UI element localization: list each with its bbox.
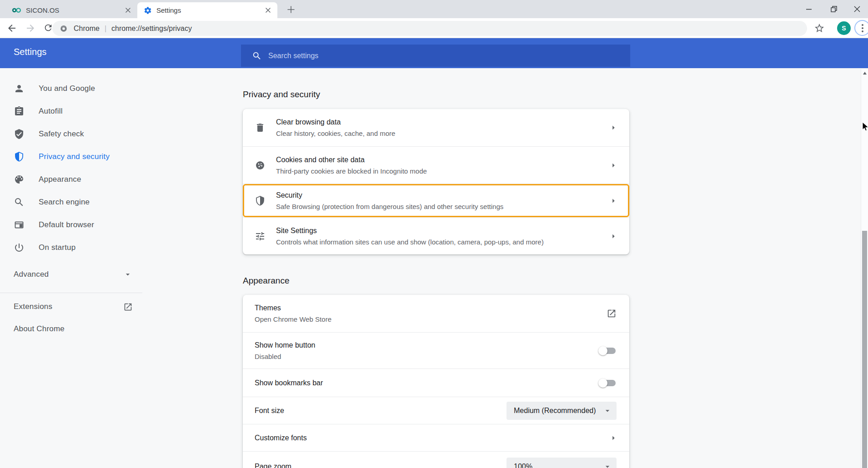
appearance-card: Themes Open Chrome Web Store Show home b… [243, 295, 629, 468]
privacy-card: Clear browsing data Clear history, cooki… [243, 109, 629, 254]
minimize-icon[interactable] [796, 0, 821, 18]
sidebar-item-label: Appearance [39, 175, 81, 184]
row-show-bookmarks-bar[interactable]: Show bookmarks bar [243, 368, 629, 397]
chevron-right-icon [608, 160, 618, 170]
person-icon [14, 83, 25, 94]
sidebar-item-about-chrome[interactable]: About Chrome [0, 318, 142, 340]
sidebar-item-default-browser[interactable]: Default browser [0, 214, 150, 236]
url-site-label: Chrome [74, 25, 100, 33]
chevron-right-icon [608, 196, 618, 206]
sidebar-advanced-toggle[interactable]: Advanced [0, 263, 142, 286]
safety-check-icon [14, 129, 25, 139]
chevron-down-icon [123, 270, 132, 279]
chrome-logo-icon [60, 25, 68, 33]
browser-toolbar: Chrome | chrome://settings/privacy S [0, 18, 868, 38]
privacy-shield-icon [14, 151, 25, 162]
sidebar-item-extensions[interactable]: Extensions [0, 295, 142, 318]
url-text: chrome://settings/privacy [111, 25, 192, 33]
sidebar-item-safety-check[interactable]: Safety check [0, 123, 150, 145]
page-title: Settings [14, 47, 46, 57]
row-subtitle: Controls what information sites can use … [276, 237, 544, 247]
close-icon[interactable] [846, 0, 868, 18]
power-icon [14, 242, 25, 253]
forward-arrow-icon[interactable] [25, 23, 36, 34]
row-cookies-and-site-data[interactable]: Cookies and other site data Third-party … [243, 146, 629, 184]
address-bar[interactable]: Chrome | chrome://settings/privacy [52, 21, 807, 36]
search-engine-icon [14, 197, 25, 208]
sidebar-item-you-and-google[interactable]: You and Google [0, 77, 150, 100]
sidebar-item-search-engine[interactable]: Search engine [0, 191, 150, 214]
row-font-size: Font size Medium (Recommended) [243, 397, 629, 424]
sidebar-item-on-startup[interactable]: On startup [0, 236, 150, 259]
tab-close-icon[interactable] [124, 6, 132, 15]
row-title: Font size [255, 406, 284, 416]
palette-icon [14, 174, 25, 185]
row-title: Page zoom [255, 462, 291, 468]
row-subtitle: Safe Browsing (protection from dangerous… [276, 202, 503, 211]
sidebar-item-privacy-and-security[interactable]: Privacy and security [0, 145, 150, 168]
sidebar-item-autofill[interactable]: Autofill [0, 100, 150, 123]
restore-icon[interactable] [821, 0, 846, 18]
row-title: Clear browsing data [276, 117, 395, 127]
privacy-section-heading: Privacy and security [243, 89, 320, 100]
tab-title: Settings [156, 6, 181, 14]
profile-avatar[interactable]: S [837, 21, 851, 35]
chevron-down-icon [603, 462, 612, 468]
row-security[interactable]: Security Safe Browsing (protection from … [243, 184, 629, 217]
sidebar-item-label: Autofill [39, 107, 63, 116]
tab-sicon-os[interactable]: SICON.OS [5, 2, 137, 18]
row-subtitle: Disabled [255, 352, 315, 361]
new-tab-button[interactable] [285, 3, 297, 16]
row-title: Site Settings [276, 226, 544, 236]
appearance-section-heading: Appearance [243, 275, 289, 286]
sidebar-item-label: Default browser [39, 220, 94, 229]
sidebar-item-label: You and Google [39, 84, 95, 93]
security-shield-icon [255, 195, 266, 206]
row-subtitle: Open Chrome Web Store [255, 314, 331, 324]
tab-close-icon[interactable] [264, 6, 272, 15]
url-separator: | [105, 25, 106, 33]
open-in-new-icon [123, 302, 133, 312]
show-home-button-toggle[interactable] [600, 348, 616, 354]
menu-dots-icon[interactable] [854, 20, 868, 36]
row-page-zoom: Page zoom 100% [243, 451, 629, 468]
settings-gear-icon [144, 6, 152, 15]
page-zoom-dropdown[interactable]: 100% [507, 458, 617, 468]
scrollbar-thumb[interactable] [862, 231, 867, 468]
chevron-down-icon [603, 406, 612, 415]
tab-bar: SICON.OS Settings [0, 0, 868, 18]
settings-page: Settings You and Google [0, 38, 868, 468]
avatar-letter: S [842, 25, 846, 32]
font-size-dropdown[interactable]: Medium (Recommended) [507, 402, 617, 420]
scrollbar-up-arrow-icon[interactable] [863, 72, 867, 75]
bookmark-star-icon[interactable] [814, 23, 825, 34]
tune-icon [255, 231, 266, 242]
sidebar-item-appearance[interactable]: Appearance [0, 168, 150, 191]
row-subtitle: Third-party cookies are blocked in Incog… [276, 166, 427, 176]
row-site-settings[interactable]: Site Settings Controls what information … [243, 217, 629, 254]
tab-settings[interactable]: Settings [137, 2, 277, 18]
row-clear-browsing-data[interactable]: Clear browsing data Clear history, cooki… [243, 109, 629, 146]
row-themes[interactable]: Themes Open Chrome Web Store [243, 295, 629, 332]
toggle-knob [598, 346, 607, 355]
row-title: Cookies and other site data [276, 155, 427, 165]
chevron-right-icon [608, 123, 618, 133]
show-bookmarks-bar-toggle[interactable] [600, 380, 616, 386]
row-show-home-button[interactable]: Show home button Disabled [243, 332, 629, 368]
chevron-right-icon [608, 231, 618, 241]
page-scrollbar[interactable] [861, 69, 868, 468]
sicon-logo-icon [12, 7, 21, 13]
browser-window: SICON.OS Settings [0, 0, 868, 468]
window-controls [796, 0, 868, 18]
about-label: About Chrome [14, 324, 65, 334]
sidebar-item-label: Privacy and security [39, 152, 110, 161]
open-in-new-icon [607, 309, 617, 319]
autofill-icon [14, 106, 25, 117]
chevron-right-icon [608, 433, 618, 443]
back-arrow-icon[interactable] [6, 23, 17, 34]
row-customize-fonts[interactable]: Customize fonts [243, 424, 629, 451]
row-title: Themes [255, 303, 331, 313]
row-title: Show home button [255, 340, 315, 350]
cookie-icon [255, 160, 266, 171]
toggle-knob [598, 378, 607, 388]
